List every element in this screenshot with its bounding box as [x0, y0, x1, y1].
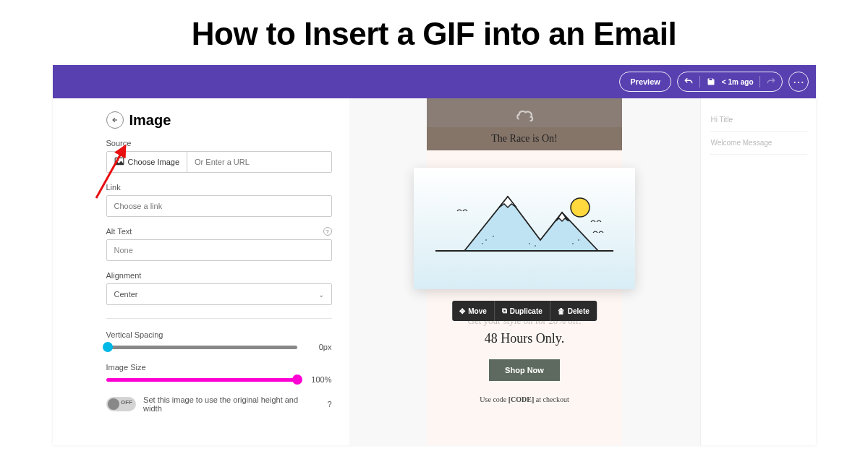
source-row: Choose Image: [106, 151, 332, 173]
code-line: Use code [CODE] at checkout: [427, 395, 622, 403]
toggle-state: OFF: [121, 399, 132, 406]
svg-point-12: [578, 239, 579, 241]
right-sidebar: Hi Title Welcome Message: [700, 98, 816, 445]
alt-input[interactable]: [106, 239, 332, 261]
vspacing-value: 0px: [306, 343, 332, 351]
svg-point-8: [482, 243, 483, 244]
shop-now-button[interactable]: Shop Now: [489, 359, 560, 381]
chevron-down-icon: ⌄: [318, 291, 324, 299]
duplicate-button[interactable]: ⧉Duplicate: [495, 301, 550, 321]
image-icon: [114, 157, 124, 167]
divider: [106, 318, 332, 319]
svg-point-6: [485, 239, 487, 241]
mountain-illustration: [414, 168, 635, 289]
svg-point-9: [529, 243, 530, 244]
svg-point-2: [116, 160, 118, 161]
logo-icon: [514, 106, 535, 124]
page-title: How to Insert a GIF into an Email: [0, 16, 868, 52]
original-size-row: OFF Set this image to use the original h…: [106, 395, 332, 413]
block-toolbar: ✥Move ⧉Duplicate 🗑Delete: [452, 301, 597, 321]
autosave-text: < 1m ago: [722, 78, 754, 86]
sidebar-item-title[interactable]: Hi Title: [710, 108, 807, 132]
original-size-toggle[interactable]: OFF: [106, 397, 137, 411]
more-pill[interactable]: ⋯: [788, 72, 809, 92]
sidebar-item-welcome[interactable]: Welcome Message: [710, 132, 807, 155]
preview-column: The Race is On!: [349, 98, 700, 445]
imgsize-slider[interactable]: 100%: [106, 375, 332, 384]
vspacing-label: Vertical Spacing: [106, 330, 332, 339]
vspacing-slider[interactable]: 0px: [106, 343, 332, 351]
image-placeholder[interactable]: [414, 168, 635, 289]
slider-thumb[interactable]: [103, 342, 113, 352]
app-body: Image Source Choose Image Link Alt Text?…: [53, 98, 816, 445]
delete-button[interactable]: 🗑Delete: [550, 301, 597, 321]
alignment-label: Alignment: [106, 271, 332, 280]
alt-label: Alt Text?: [106, 227, 332, 236]
svg-point-11: [572, 243, 574, 244]
link-input[interactable]: [106, 195, 332, 217]
preview-button[interactable]: Preview: [619, 72, 671, 92]
topbar: Preview < 1m ago ⋯: [53, 65, 816, 98]
settings-panel: Image Source Choose Image Link Alt Text?…: [53, 98, 349, 445]
promo-line2: 48 Hours Only.: [427, 331, 622, 346]
help-icon[interactable]: ?: [323, 227, 332, 236]
imgsize-value: 100%: [306, 375, 332, 384]
trash-icon: 🗑: [558, 307, 565, 315]
app-frame: Preview < 1m ago ⋯ Image Source Choose: [53, 65, 816, 445]
svg-point-10: [535, 245, 536, 247]
email-header: The Race is On!: [427, 98, 622, 150]
undo-icon[interactable]: [684, 77, 694, 87]
panel-title: Image: [129, 112, 171, 129]
source-label: Source: [106, 139, 332, 147]
choose-image-label: Choose Image: [128, 158, 180, 166]
email-preview: The Race is On!: [427, 98, 622, 445]
panel-header: Image: [106, 111, 332, 129]
move-icon: ✥: [459, 307, 465, 315]
promo-block: Get your style on for 20% off. 48 Hours …: [427, 315, 622, 403]
history-pill: < 1m ago: [677, 72, 783, 92]
email-subheader: The Race is On!: [427, 127, 622, 150]
choose-image-button[interactable]: Choose Image: [107, 152, 188, 172]
toggle-description: Set this image to use the original heigh…: [143, 395, 317, 413]
svg-point-7: [493, 236, 494, 237]
back-button[interactable]: [106, 111, 124, 129]
imgsize-label: Image Size: [106, 363, 332, 372]
svg-point-4: [571, 198, 590, 217]
url-input[interactable]: [187, 152, 331, 172]
save-icon: [706, 77, 716, 87]
alignment-select[interactable]: Center ⌄: [106, 283, 332, 305]
link-label: Link: [106, 183, 332, 192]
ellipsis-icon: ⋯: [793, 77, 804, 87]
duplicate-icon: ⧉: [502, 307, 507, 315]
slider-thumb[interactable]: [292, 374, 302, 385]
redo-icon[interactable]: [766, 77, 776, 87]
alignment-value: Center: [114, 290, 138, 299]
help-icon[interactable]: ?: [327, 400, 331, 408]
move-button[interactable]: ✥Move: [452, 301, 495, 321]
